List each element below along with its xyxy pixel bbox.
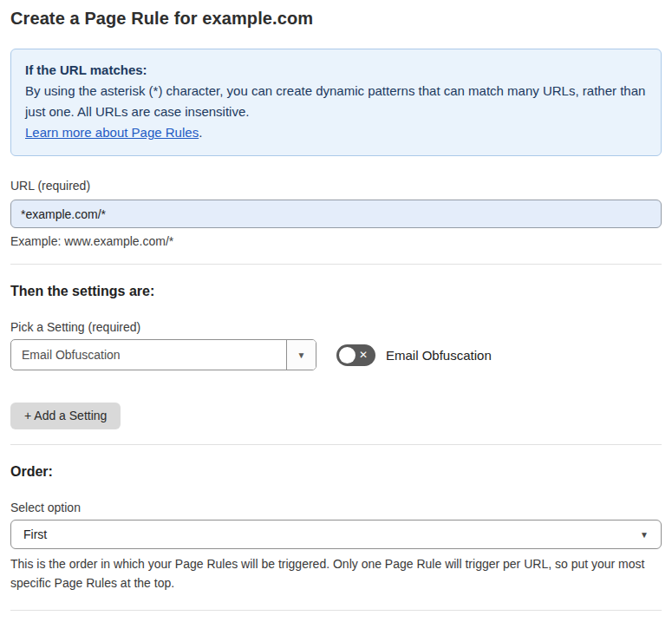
caret-down-icon: ▼	[640, 530, 649, 540]
pick-setting-label: Pick a Setting (required)	[10, 320, 662, 334]
order-select-label: Select option	[10, 501, 662, 514]
info-box-link-line: Learn more about Page Rules.	[25, 122, 647, 143]
create-page-rule-form: Create a Page Rule for example.com If th…	[0, 0, 672, 622]
url-match-info-box: If the URL matches: By using the asteris…	[10, 49, 662, 156]
add-setting-button[interactable]: + Add a Setting	[10, 403, 121, 429]
settings-section-heading: Then the settings are:	[10, 284, 662, 299]
url-input[interactable]	[10, 200, 662, 228]
setting-select[interactable]: Email Obfuscation ▼	[10, 339, 316, 370]
url-example-text: Example: www.example.com/*	[10, 234, 662, 248]
order-section-heading: Order:	[10, 464, 662, 480]
setting-row: Email Obfuscation ▼ ✕ Email Obfuscation	[10, 339, 662, 370]
email-obfuscation-toggle[interactable]: ✕	[336, 344, 375, 366]
toggle-knob	[339, 347, 356, 363]
caret-down-icon[interactable]: ▼	[286, 340, 316, 370]
toggle-label: Email Obfuscation	[386, 348, 492, 363]
link-period: .	[199, 125, 202, 140]
divider	[10, 610, 662, 611]
learn-more-link[interactable]: Learn more about Page Rules	[25, 125, 199, 140]
info-box-body: By using the asterisk (*) character, you…	[25, 81, 647, 122]
order-help-text: This is the order in which your Page Rul…	[10, 554, 656, 593]
page-title: Create a Page Rule for example.com	[10, 9, 662, 29]
toggle-off-x-icon: ✕	[359, 350, 368, 360]
setting-select-value: Email Obfuscation	[11, 340, 286, 370]
divider	[10, 264, 662, 265]
divider	[10, 444, 662, 445]
order-select-value: First	[23, 527, 47, 541]
order-select[interactable]: First ▼	[10, 520, 662, 549]
info-box-heading: If the URL matches:	[25, 60, 647, 81]
url-field-label: URL (required)	[10, 179, 662, 193]
